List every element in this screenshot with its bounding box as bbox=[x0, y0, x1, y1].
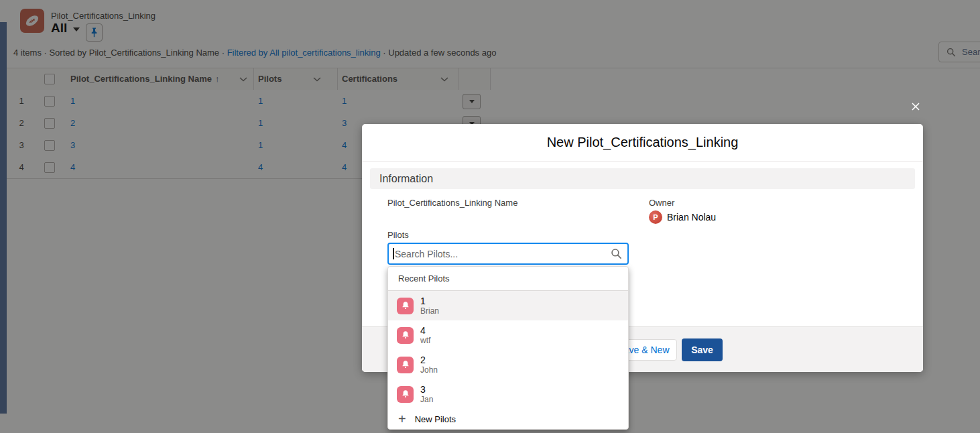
modal-title: New Pilot_Certifications_Linking bbox=[362, 124, 923, 161]
lookup-item[interactable]: 2 John bbox=[388, 350, 628, 379]
bell-icon bbox=[401, 389, 410, 399]
lookup-item-title: 2 bbox=[420, 355, 438, 365]
owner-value: Brian Nolau bbox=[667, 212, 716, 223]
lookup-item-text: 1 Brian bbox=[420, 296, 439, 316]
bell-icon bbox=[401, 360, 410, 369]
lookup-item-text: 4 wtf bbox=[420, 325, 430, 346]
plus-icon: + bbox=[398, 412, 406, 426]
lookup-group-header: Recent Pilots bbox=[388, 267, 628, 291]
text-cursor bbox=[393, 248, 394, 259]
lookup-item[interactable]: 3 Jan bbox=[388, 379, 628, 409]
pilot-record-icon bbox=[397, 386, 414, 403]
name-field-label: Pilot_Certifications_Linking Name bbox=[387, 198, 517, 208]
lookup-item[interactable]: 4 wtf bbox=[388, 320, 628, 350]
lookup-item-subtitle: Brian bbox=[420, 306, 439, 316]
lookup-item-text: 2 John bbox=[420, 355, 438, 375]
pilots-field-label: Pilots bbox=[387, 230, 409, 240]
lookup-item-title: 3 bbox=[420, 384, 433, 395]
bell-icon bbox=[401, 301, 410, 310]
pilot-record-icon bbox=[397, 327, 414, 344]
new-pilot-option[interactable]: + New Pilots bbox=[388, 409, 628, 429]
lookup-item-text: 3 Jan bbox=[420, 384, 433, 405]
new-pilot-label: New Pilots bbox=[415, 414, 456, 424]
save-button[interactable]: Save bbox=[682, 338, 723, 361]
close-icon bbox=[911, 100, 920, 113]
pilots-lookup-dropdown: Recent Pilots 1 Brian 4 bbox=[387, 266, 629, 430]
search-icon bbox=[611, 248, 622, 259]
bell-icon bbox=[401, 330, 410, 340]
lookup-item-title: 4 bbox=[420, 325, 430, 336]
owner-field-label: Owner bbox=[649, 198, 674, 208]
pilot-record-icon bbox=[397, 298, 414, 314]
lookup-item-subtitle: wtf bbox=[420, 336, 430, 346]
lookup-item-title: 1 bbox=[420, 296, 439, 306]
modal-close-button[interactable] bbox=[907, 98, 924, 115]
pilot-record-icon bbox=[397, 357, 414, 373]
information-section-header: Information bbox=[370, 168, 915, 189]
app-root: Pilot_Certifications_Linking All 4 items… bbox=[0, 0, 980, 433]
lookup-item[interactable]: 1 Brian bbox=[388, 291, 628, 320]
owner-avatar: P bbox=[649, 210, 662, 224]
pilots-lookup-field bbox=[387, 243, 629, 265]
pilots-search-input[interactable] bbox=[387, 243, 629, 265]
lookup-item-subtitle: Jan bbox=[420, 395, 433, 405]
lookup-item-subtitle: John bbox=[420, 365, 438, 375]
modal-header: New Pilot_Certifications_Linking bbox=[362, 124, 923, 162]
